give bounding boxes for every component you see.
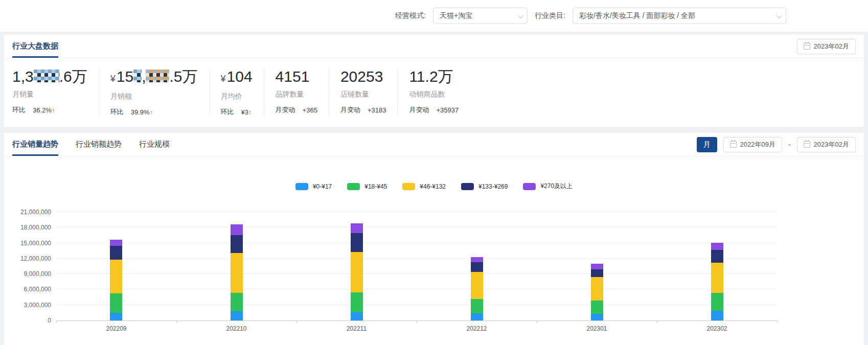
kpi-6: 11.2万动销商品数月变动+35937 (397, 67, 470, 117)
range-separator: - (788, 141, 791, 149)
overview-date-picker[interactable]: 2023年02月 (797, 39, 856, 54)
business-mode-label: 经营模式: (395, 11, 426, 20)
kpi-label: 月销额 (110, 92, 198, 101)
business-mode-value: 天猫+淘宝 (440, 11, 472, 20)
chevron-down-icon (518, 13, 523, 18)
legend-item[interactable]: ¥18-¥45 (347, 182, 387, 191)
category-select[interactable]: 彩妆/香水/美妆工具 / 面部彩妆 / 全部 (573, 8, 786, 24)
kpi-label: 品牌数量 (276, 90, 317, 99)
x-axis-tick (657, 320, 657, 323)
kpi-sub-stat: 环比¥3↑ (221, 107, 253, 117)
x-axis-tick (777, 320, 778, 323)
kpi-value-text: 11.2万 (409, 68, 453, 85)
kpi-sub-value: +365 (303, 106, 317, 114)
kpi-label: 动销商品数 (409, 90, 459, 99)
gridline (56, 289, 777, 289)
bar-segment (591, 269, 603, 277)
bar-segment (110, 240, 122, 246)
kpi-label: 月销量 (12, 90, 87, 99)
calendar-icon (730, 141, 737, 148)
bar-segment (711, 250, 723, 263)
bar-segment (231, 293, 243, 311)
kpi-value-text: 20253 (340, 68, 383, 85)
bar-segment (231, 224, 243, 235)
range-start-picker[interactable]: 2022年09月 (723, 137, 782, 152)
tab-industry-overview[interactable]: 行业大盘数据 (12, 35, 58, 58)
calendar-icon (804, 43, 810, 50)
kpi-label: 月均价 (221, 92, 253, 101)
legend-marker (523, 183, 536, 190)
y-axis-tick-label: 3,000,000 (24, 302, 51, 309)
bar-segment (591, 301, 603, 314)
kpi-value: 20253 (340, 67, 386, 86)
bar-segment (711, 311, 723, 320)
kpi-1: 1,3.6万月销量环比36.2%↑ (12, 67, 99, 117)
trend-controls: 月 2022年09月 - 2023年02月 (697, 137, 856, 152)
bar-segment (711, 243, 723, 250)
kpi-value-text: 1,3 (12, 68, 34, 85)
bar-segment (231, 311, 243, 320)
kpi-sub-label: 环比 (12, 105, 26, 114)
legend-item[interactable]: ¥46-¥132 (402, 182, 446, 191)
y-axis-tick-label: 9,000,000 (24, 270, 51, 278)
bar-segment (351, 252, 363, 292)
kpi-value: ¥104 (221, 67, 253, 88)
bar-202212 (471, 212, 483, 320)
kpi-3: ¥104月均价环比¥3↑ (209, 67, 264, 117)
bar-202302 (711, 212, 723, 320)
kpi-sub-value: +35937 (436, 106, 459, 114)
legend-item[interactable]: ¥270及以上 (523, 182, 573, 191)
trend-up-icon: ↑ (248, 108, 252, 116)
x-axis-tick (417, 320, 417, 323)
x-axis-category-label: 202209 (106, 325, 126, 332)
legend-marker (402, 183, 415, 190)
legend-item[interactable]: ¥0-¥17 (295, 182, 332, 191)
bar-segment (711, 293, 723, 311)
tab-trend-2[interactable]: 行业销额趋势 (76, 133, 122, 156)
business-mode-select[interactable]: 天猫+淘宝 (433, 8, 528, 24)
kpi-sub-value: ¥3↑ (241, 108, 252, 116)
top-filter-bar: 经营模式: 天猫+淘宝 行业类目: 彩妆/香水/美妆工具 / 面部彩妆 / 全部 (0, 0, 868, 32)
gridline (56, 273, 777, 274)
x-axis-tick (537, 320, 537, 323)
kpi-5: 20253店铺数量月变动+3183 (329, 67, 398, 117)
tab-trend-1[interactable]: 行业销量趋势 (12, 133, 58, 156)
kpi-sub-value: +3183 (368, 106, 386, 114)
kpi-value-text: 15 (117, 68, 133, 85)
currency-symbol: ¥ (110, 74, 116, 84)
bar-segment (351, 312, 363, 320)
bar-segment (591, 264, 603, 269)
gridline (56, 258, 777, 259)
legend-marker (295, 183, 308, 190)
range-start-value: 2022年09月 (740, 140, 775, 149)
range-end-picker[interactable]: 2023年02月 (797, 137, 856, 152)
legend-label: ¥18-¥45 (364, 183, 387, 190)
overview-card: 行业大盘数据 2023年02月 1,3.6万月销量环比36.2%↑¥15,.5万… (4, 35, 864, 127)
bar-segment (351, 292, 363, 312)
bar-segment (591, 277, 603, 300)
y-axis-tick-label: 15,000,000 (20, 240, 51, 247)
legend-marker (461, 183, 474, 190)
overview-date-value: 2023年02月 (814, 42, 849, 51)
x-axis-category-label: 202212 (466, 325, 487, 332)
trend-up-icon: ↑ (150, 108, 153, 116)
legend-item[interactable]: ¥133-¥269 (461, 182, 508, 191)
bar-202210 (231, 212, 243, 320)
range-end-value: 2023年02月 (814, 140, 849, 149)
kpi-sub-label: 环比 (110, 107, 124, 117)
masked-value (34, 70, 59, 82)
legend-label: ¥0-¥17 (313, 183, 332, 190)
bar-segment (231, 253, 243, 293)
y-axis-tick-label: 0 (48, 317, 51, 324)
period-month-button[interactable]: 月 (697, 137, 717, 152)
gridline (56, 243, 777, 243)
kpi-label: 店铺数量 (340, 90, 386, 99)
kpi-sub-stat: 月变动+3183 (340, 105, 386, 114)
legend-marker (347, 183, 360, 190)
trend-tabs: 行业销量趋势行业销额趋势行业规模 (12, 133, 170, 156)
legend-label: ¥133-¥269 (478, 183, 508, 190)
bar-202211 (351, 212, 363, 320)
tab-trend-3[interactable]: 行业规模 (139, 133, 170, 156)
kpi-sub-stat: 月变动+365 (276, 105, 317, 114)
bar-segment (110, 246, 122, 260)
